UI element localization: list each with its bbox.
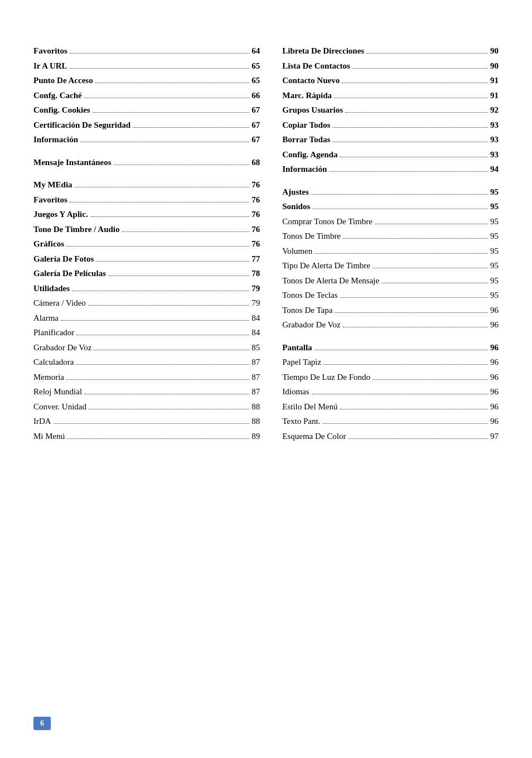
toc-page-number: 95	[490, 245, 499, 258]
toc-dots	[70, 53, 249, 54]
toc-dots	[340, 157, 488, 157]
toc-dots	[66, 379, 249, 380]
toc-page-number: 67	[252, 133, 260, 146]
toc-dots	[61, 320, 249, 321]
toc-entry: Certificación De Seguridad67	[33, 119, 260, 132]
toc-dots	[72, 291, 249, 291]
toc-dots	[95, 83, 250, 83]
toc-page-number: 95	[490, 215, 499, 228]
toc-dots	[93, 112, 250, 113]
toc-entry: Favoritos76	[33, 194, 260, 206]
toc-layout: Favoritos64Ir A URL65Punto De Acceso65Co…	[33, 45, 499, 445]
toc-entry: Sonidos95	[282, 200, 499, 213]
toc-label: Grabador De Voz	[282, 318, 340, 331]
toc-page-number: 64	[252, 45, 260, 57]
toc-entry: Idiomas96	[282, 385, 499, 398]
toc-dots	[84, 98, 250, 98]
toc-page-number: 91	[490, 74, 499, 87]
toc-page-number: 88	[252, 415, 260, 428]
toc-dots	[343, 238, 488, 239]
toc-entry: Esquema De Color97	[282, 430, 499, 443]
toc-page-number: 78	[252, 267, 260, 280]
toc-dots	[90, 216, 250, 217]
toc-label: IrDA	[33, 415, 51, 428]
toc-label: Estilo Del Menú	[282, 400, 337, 413]
toc-entry: Reloj Mundial87	[33, 385, 260, 398]
toc-page-number: 84	[252, 312, 260, 325]
toc-dots	[334, 98, 488, 98]
toc-label: Config. Cookies	[33, 104, 90, 117]
toc-entry: Marc. Rápida91	[282, 89, 499, 102]
toc-page-number: 66	[252, 89, 260, 102]
toc-label: Calculadora	[33, 356, 74, 369]
toc-page-number: 67	[252, 119, 260, 132]
toc-entry: Config. Cookies67	[33, 104, 260, 117]
toc-label: Sonidos	[282, 200, 310, 213]
toc-entry: Estilo Del Menú96	[282, 400, 499, 413]
toc-page-number: 79	[252, 297, 260, 310]
toc-dots	[89, 409, 249, 409]
toc-page-number: 95	[490, 186, 499, 199]
toc-label: Mi Menú	[33, 430, 65, 443]
toc-page-number: 96	[490, 400, 499, 413]
toc-dots	[84, 394, 249, 394]
toc-entry: Calculadora87	[33, 356, 260, 369]
toc-entry: Cámera / Video79	[33, 297, 260, 310]
toc-label: Punto De Acceso	[33, 74, 93, 87]
toc-entry: Tipo De Alerta De Timbre95	[282, 259, 499, 272]
toc-entry: Grabador De Voz85	[33, 341, 260, 354]
toc-dots	[54, 423, 250, 424]
toc-entry: Volumen95	[282, 245, 499, 258]
toc-page-number: 77	[252, 253, 260, 265]
toc-dots	[312, 394, 488, 394]
toc-entry: Favoritos64	[33, 45, 260, 57]
toc-page-number: 95	[490, 200, 499, 213]
toc-label: Certificación De Seguridad	[33, 119, 130, 132]
toc-dots	[114, 165, 250, 165]
toc-dots	[366, 53, 488, 54]
toc-label: Tonos De Alerta De Mensaje	[282, 274, 379, 287]
toc-entry: Borrar Todas93	[282, 133, 499, 146]
toc-dots	[133, 127, 249, 128]
section-2: Pantalla96Papel Tapiz96Tiempo De Luz De …	[282, 341, 499, 443]
toc-label: Ir A URL	[33, 60, 67, 73]
toc-dots	[312, 209, 488, 209]
toc-label: Borrar Todas	[282, 133, 330, 146]
toc-label: Información	[282, 163, 327, 176]
toc-page-number: 93	[490, 148, 499, 161]
toc-entry: Galería De Fotos77	[33, 253, 260, 265]
toc-entry: Utilidades79	[33, 282, 260, 295]
toc-page-number: 95	[490, 230, 499, 243]
toc-label: Reloj Mundial	[33, 385, 82, 398]
toc-label: Alarma	[33, 312, 59, 325]
toc-dots	[332, 142, 488, 142]
toc-label: Tipo De Alerta De Timbre	[282, 259, 370, 272]
toc-dots	[322, 423, 488, 424]
toc-dots	[348, 438, 488, 439]
toc-entry: Planificador84	[33, 326, 260, 339]
toc-entry: Tonos De Timbre95	[282, 230, 499, 243]
page-number-badge: 6	[33, 717, 51, 730]
toc-dots	[122, 231, 250, 232]
toc-page-number: 96	[490, 371, 499, 384]
toc-page-number: 91	[490, 89, 499, 102]
toc-dots	[342, 83, 488, 83]
toc-page-number: 96	[490, 385, 499, 398]
toc-label: Libreta De Direcciones	[282, 45, 364, 57]
toc-dots	[315, 350, 488, 350]
toc-page-number: 96	[490, 318, 499, 331]
toc-entry: Confg. Caché66	[33, 89, 260, 102]
toc-entry: Conver. Unidad88	[33, 400, 260, 413]
toc-entry: Punto De Acceso65	[33, 74, 260, 87]
toc-page-number: 96	[490, 341, 499, 354]
toc-page-number: 88	[252, 400, 260, 413]
toc-page-number: 84	[252, 326, 260, 339]
toc-page-number: 76	[252, 208, 260, 221]
toc-dots	[76, 364, 249, 365]
toc-dots	[323, 364, 488, 365]
toc-entry: Alarma84	[33, 312, 260, 325]
toc-page-number: 90	[490, 60, 499, 73]
left-column: Favoritos64Ir A URL65Punto De Acceso65Co…	[33, 45, 260, 445]
toc-dots	[66, 246, 249, 247]
toc-entry: Tonos De Teclas95	[282, 289, 499, 302]
